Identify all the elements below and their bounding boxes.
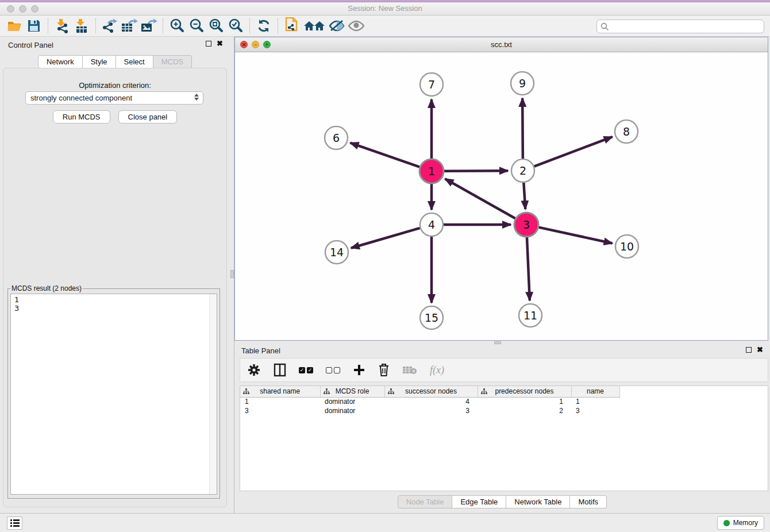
graph-edge-1-2[interactable] <box>444 171 508 171</box>
table-settings-button[interactable] <box>247 363 261 377</box>
refresh-view-button[interactable] <box>254 17 274 34</box>
graph-edge-4-14[interactable] <box>351 228 420 248</box>
mcds-panel-content: Optimization criterion: strongly connect… <box>3 68 227 507</box>
task-history-button[interactable] <box>7 516 22 530</box>
table-cell[interactable]: 3 <box>240 406 320 415</box>
close-panel-icon[interactable]: ✖ <box>757 347 763 353</box>
tab-style[interactable]: Style <box>83 55 116 68</box>
search-input[interactable] <box>611 22 760 30</box>
refresh-icon <box>256 18 271 33</box>
table-cell[interactable]: dominator <box>320 397 384 406</box>
memory-button[interactable]: Memory <box>717 516 764 530</box>
export-image-button[interactable] <box>139 17 159 34</box>
column-header-name[interactable]: name <box>571 386 619 397</box>
close-panel-icon[interactable]: ✖ <box>217 41 223 47</box>
zoom-in-button[interactable] <box>167 17 187 34</box>
graph-node-label: 9 <box>519 77 526 90</box>
network-window-titlebar[interactable]: ✕ − + scc.txt <box>235 37 768 52</box>
create-column-button[interactable] <box>353 363 365 377</box>
table-cell[interactable]: 3 <box>384 406 478 415</box>
unselect-all-columns-button[interactable] <box>326 363 340 377</box>
table-cell[interactable]: 3 <box>571 406 619 415</box>
network-canvas[interactable]: 7968124314101511 <box>235 52 768 340</box>
table-panel: Table Panel ✖ ✓ ✓ <box>234 345 770 513</box>
table-cell[interactable]: dominator <box>320 406 384 415</box>
graph-edge-2-3[interactable] <box>523 183 525 209</box>
delete-table-button[interactable] <box>402 363 417 377</box>
graph-edge-3-10[interactable] <box>538 228 612 244</box>
node-table: shared name MCDS role successor nodes <box>240 385 768 491</box>
tab-select[interactable]: Select <box>116 55 153 68</box>
table-cell[interactable]: 4 <box>384 397 478 406</box>
table-row[interactable]: 1dominator411 <box>240 397 768 406</box>
optimization-criterion-dropdown[interactable]: strongly connected component <box>25 91 203 105</box>
show-details-button[interactable] <box>346 17 366 34</box>
save-session-button[interactable] <box>24 17 44 34</box>
splitter-grip[interactable] <box>230 270 234 278</box>
graph-node-label: 14 <box>330 246 344 259</box>
run-mcds-button[interactable]: Run MCDS <box>53 110 110 124</box>
zoom-fit-button[interactable] <box>206 17 226 34</box>
tab-node-table[interactable]: Node Table <box>398 495 453 508</box>
table-cell[interactable]: 1 <box>240 397 320 406</box>
network-file-button[interactable] <box>282 17 302 34</box>
zoom-out-button[interactable] <box>187 17 206 34</box>
delete-column-button[interactable] <box>378 363 390 377</box>
checked-box-icon: ✓ <box>307 367 313 373</box>
table-row[interactable]: 3dominator323 <box>240 406 768 415</box>
graph-edge-3-11[interactable] <box>527 237 530 300</box>
graph-node-label: 4 <box>428 218 435 231</box>
unchecked-box-icon <box>326 367 332 373</box>
float-panel-icon[interactable] <box>206 41 211 47</box>
export-table-button[interactable] <box>120 17 139 34</box>
titlebar[interactable]: Session: New Session <box>0 2 770 16</box>
column-header-predecessor-nodes[interactable]: predecessor nodes <box>478 386 571 397</box>
hide-details-button[interactable] <box>327 17 346 34</box>
select-all-columns-button[interactable]: ✓ ✓ <box>299 363 313 377</box>
show-column-selector-button[interactable] <box>274 363 286 377</box>
import-table-button[interactable] <box>72 17 91 34</box>
list-icon <box>10 519 20 527</box>
home-button[interactable] <box>302 17 327 34</box>
tree-icon <box>388 388 394 396</box>
tab-network-table[interactable]: Network Table <box>506 495 570 508</box>
table-cell-filler <box>619 406 768 415</box>
table-cell[interactable]: 2 <box>478 406 571 415</box>
splitter-grip[interactable] <box>494 341 501 344</box>
column-header-shared-name[interactable]: shared name <box>240 386 320 397</box>
tab-mcds[interactable]: MCDS <box>153 55 192 68</box>
graph-edge-2-8[interactable] <box>534 137 613 166</box>
zoom-selected-icon <box>228 18 244 34</box>
graph-edge-1-6[interactable] <box>351 143 420 167</box>
tab-motifs[interactable]: Motifs <box>570 495 607 508</box>
memory-label: Memory <box>733 519 758 527</box>
gear-icon <box>247 363 261 377</box>
search-box[interactable] <box>596 20 764 33</box>
tab-edge-table[interactable]: Edge Table <box>452 495 506 508</box>
control-panel-tabs: Network Style Select MCDS <box>0 55 230 68</box>
column-header-mcds-role[interactable]: MCDS role <box>320 386 384 397</box>
zoom-selected-button[interactable] <box>226 17 245 34</box>
import-network-button[interactable] <box>52 17 72 34</box>
column-header-successor-nodes[interactable]: successor nodes <box>384 386 478 397</box>
tab-network[interactable]: Network <box>38 55 83 68</box>
graph-edge-3-1[interactable] <box>445 179 515 218</box>
table-tabs: Node Table Edge Table Network Table Moti… <box>234 495 770 508</box>
close-panel-button[interactable]: Close panel <box>118 110 178 124</box>
table-cell[interactable]: 1 <box>478 397 571 406</box>
function-builder-button[interactable]: f(x) <box>430 363 444 377</box>
dropdown-value: strongly connected component <box>30 94 132 102</box>
vertical-splitter[interactable] <box>230 37 234 513</box>
horizontal-splitter[interactable] <box>234 341 770 345</box>
open-session-button[interactable] <box>5 17 24 34</box>
toolbar-separator <box>278 18 278 33</box>
mcds-result-area[interactable]: 1 3 <box>10 294 217 495</box>
graph-edge-2-9[interactable] <box>522 98 523 159</box>
export-network-button[interactable] <box>100 17 120 34</box>
float-panel-icon[interactable] <box>746 347 752 353</box>
export-network-icon <box>102 18 118 33</box>
scrollbar-track[interactable] <box>209 294 217 494</box>
table-toolbar: ✓ ✓ <box>240 358 768 382</box>
houses-icon <box>303 19 326 33</box>
table-cell[interactable]: 1 <box>571 397 619 406</box>
